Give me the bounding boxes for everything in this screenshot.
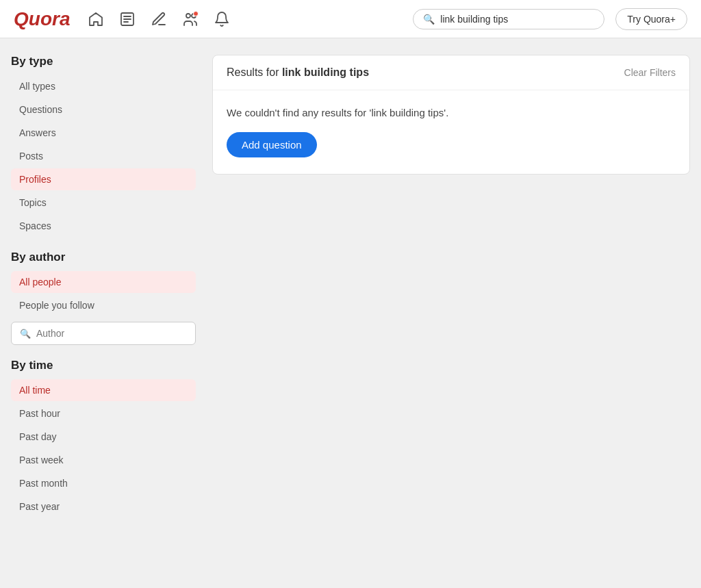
add-question-button[interactable]: Add question [227, 132, 317, 157]
type-items-list: All typesQuestionsAnswersPostsProfilesTo… [11, 75, 196, 237]
sidebar-author-item[interactable]: People you follow [11, 294, 196, 316]
main-layout: By type All typesQuestionsAnswersPostsPr… [0, 38, 701, 535]
answer-feed-icon[interactable] [118, 10, 137, 29]
sidebar-author-item[interactable]: All people [11, 271, 196, 293]
results-title: Results for link building tips [227, 66, 369, 79]
header: Quora [0, 0, 701, 38]
results-query: link building tips [282, 66, 369, 78]
by-author-title: By author [11, 251, 196, 264]
sidebar-type-item[interactable]: Questions [11, 99, 196, 120]
time-items-list: All timePast hourPast dayPast weekPast m… [11, 379, 196, 517]
clear-filters-button[interactable]: Clear Filters [624, 67, 676, 78]
sidebar-time-item[interactable]: Past year [11, 496, 196, 517]
sidebar-type-item[interactable]: All types [11, 75, 196, 97]
quora-logo[interactable]: Quora [14, 8, 70, 30]
svg-point-4 [186, 14, 190, 18]
people-icon[interactable] [181, 10, 200, 29]
sidebar-time-item[interactable]: Past day [11, 426, 196, 448]
results-card: Results for link building tips Clear Fil… [212, 55, 690, 175]
results-prefix: Results for [227, 66, 282, 78]
author-search-field[interactable]: 🔍 [11, 322, 196, 345]
results-header: Results for link building tips Clear Fil… [213, 55, 689, 90]
sidebar-type-item[interactable]: Posts [11, 145, 196, 167]
search-icon: 🔍 [423, 14, 435, 25]
sidebar: By type All typesQuestionsAnswersPostsPr… [11, 55, 196, 519]
notifications-icon[interactable] [212, 10, 231, 29]
sidebar-type-item[interactable]: Profiles [11, 168, 196, 190]
content-area: Results for link building tips Clear Fil… [212, 55, 690, 519]
by-type-title: By type [11, 55, 196, 68]
author-items-list: All peoplePeople you follow [11, 271, 196, 316]
search-bar[interactable]: 🔍 [413, 9, 604, 29]
author-search-icon: 🔍 [20, 329, 31, 339]
sidebar-time-item[interactable]: Past hour [11, 402, 196, 424]
sidebar-time-item[interactable]: Past week [11, 449, 196, 471]
try-plus-button[interactable]: Try Quora+ [615, 8, 687, 30]
results-body: We couldn't find any results for 'link b… [213, 90, 689, 174]
sidebar-type-item[interactable]: Spaces [11, 215, 196, 237]
no-results-message: We couldn't find any results for 'link b… [227, 107, 676, 118]
search-input[interactable] [440, 14, 594, 25]
write-icon[interactable] [149, 10, 168, 29]
sidebar-type-item[interactable]: Topics [11, 192, 196, 214]
sidebar-time-item[interactable]: All time [11, 379, 196, 401]
sidebar-type-item[interactable]: Answers [11, 122, 196, 144]
home-icon[interactable] [86, 10, 105, 29]
sidebar-time-item[interactable]: Past month [11, 472, 196, 494]
author-search-input[interactable] [36, 328, 187, 339]
nav-icons [86, 10, 402, 29]
by-time-title: By time [11, 359, 196, 372]
